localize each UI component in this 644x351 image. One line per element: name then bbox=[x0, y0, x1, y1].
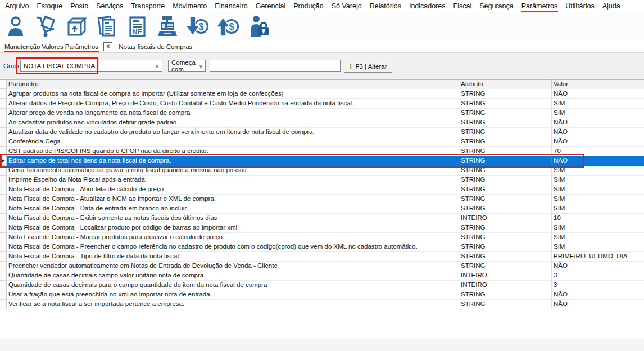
exclamation-icon: ! bbox=[349, 62, 352, 70]
menu-indicadores[interactable]: Indicadores bbox=[405, 1, 450, 11]
handtruck-icon[interactable] bbox=[34, 14, 58, 39]
search-input[interactable] bbox=[210, 60, 341, 72]
column-header-valor[interactable]: Valor bbox=[552, 80, 644, 89]
menu-fiscal[interactable]: Fiscal bbox=[450, 1, 476, 11]
toolbar: NF $ $ bbox=[0, 12, 644, 40]
svg-text:NF: NF bbox=[132, 28, 142, 36]
header-gutter bbox=[0, 80, 7, 89]
tab-bar: Manutenção Valores Parâmetros × Notas fi… bbox=[0, 40, 644, 53]
menu-posto[interactable]: Posto bbox=[66, 1, 92, 11]
table-row[interactable]: Alterar preço de venda no lançamento da … bbox=[0, 109, 644, 118]
table-row[interactable]: Conferência CegaSTRINGNÃO bbox=[0, 137, 644, 147]
table-row[interactable]: Quantidade de casas decimais campo valor… bbox=[0, 271, 644, 281]
table-row[interactable]: Nota Fiscal de Compra - Tipo de filtro d… bbox=[0, 252, 644, 262]
table-row[interactable]: CST padrão de PIS/COFINS quando o CFOP n… bbox=[0, 147, 644, 156]
menu-ajuda[interactable]: Ajuda bbox=[598, 1, 624, 11]
table-row[interactable]: Nota Fiscal de Compra - Localizar produt… bbox=[0, 223, 644, 233]
menu-servicos[interactable]: Serviços bbox=[92, 1, 127, 11]
menu-movimento[interactable]: Movimento bbox=[169, 1, 211, 11]
table-row-selected[interactable]: ▶Editar campo de total nos itens da nota… bbox=[0, 156, 644, 166]
match-mode-combobox[interactable]: Começa com ∨ bbox=[168, 60, 206, 72]
table-row[interactable]: Nota Fiscal de Compra - Atualizar o NCM … bbox=[0, 195, 644, 204]
menu-utilitarios[interactable]: Utilitários bbox=[561, 1, 598, 11]
tab-notas-fiscais-de-compras[interactable]: Notas fiscais de Compras bbox=[115, 42, 196, 51]
table-row[interactable]: Agrupar produtos na nota fiscal de compr… bbox=[0, 89, 644, 99]
package-icon[interactable] bbox=[64, 14, 89, 39]
table-row[interactable]: Nota Fiscal de Compra - Exibir somente a… bbox=[0, 214, 644, 223]
tab-manutencao-valores-parametros[interactable]: Manutenção Valores Parâmetros × bbox=[0, 42, 115, 51]
grid-header: Parâmetro Atributo Valor bbox=[0, 80, 644, 89]
f3-alterar-label: F3 | Alterar bbox=[355, 63, 387, 70]
person-icon[interactable] bbox=[3, 14, 28, 39]
column-header-parametro[interactable]: Parâmetro bbox=[7, 80, 459, 89]
group-combobox[interactable]: NOTA FISCAL COMPRA ∨ bbox=[20, 60, 162, 72]
nf-document-icon[interactable]: NF bbox=[125, 14, 149, 39]
table-row[interactable]: Gerar faturamento automático ao gravar a… bbox=[0, 166, 644, 176]
group-combobox-value: NOTA FISCAL COMPRA bbox=[24, 62, 95, 69]
menu-relatorios[interactable]: Relatórios bbox=[366, 1, 405, 11]
table-row[interactable]: Preencher vendedor automaticamente em No… bbox=[0, 262, 644, 271]
menu-seguranca[interactable]: Segurança bbox=[475, 1, 517, 11]
table-row[interactable]: Nota Fiscal de Compra - Abrir tela de cá… bbox=[0, 185, 644, 195]
table-row[interactable]: Nota Fiscal de Compra - Marcar produtos … bbox=[0, 233, 644, 242]
menu-arquivo[interactable]: Arquivo bbox=[1, 1, 33, 11]
table-row[interactable]: Imprime Espelho da Nota Fiscal após a en… bbox=[0, 176, 644, 185]
table-row[interactable]: Atualizar data de validade no cadastro d… bbox=[0, 128, 644, 137]
menu-parametros[interactable]: Parâmetros bbox=[518, 1, 562, 11]
menu-estoque[interactable]: Estoque bbox=[33, 1, 66, 11]
current-row-indicator: ▶ bbox=[1, 159, 4, 163]
active-tab-label[interactable]: Manutenção Valores Parâmetros bbox=[3, 42, 100, 51]
menu-producao[interactable]: Produção bbox=[289, 1, 328, 11]
money-down-icon[interactable]: $ bbox=[185, 14, 210, 39]
window-background-strip bbox=[0, 339, 644, 351]
chevron-down-icon: ∨ bbox=[199, 63, 203, 69]
menu-transporte[interactable]: Transporte bbox=[127, 1, 169, 11]
money-up-icon[interactable]: $ bbox=[216, 14, 241, 39]
table-row[interactable]: Nota Fiscal de Compra - Data de entrada … bbox=[0, 204, 644, 214]
menu-gerencial[interactable]: Gerencial bbox=[252, 1, 290, 11]
tab-close-icon[interactable]: × bbox=[103, 42, 112, 51]
menu-bar: Arquivo Estoque Posto Serviços Transport… bbox=[0, 0, 644, 12]
invoice-icon[interactable] bbox=[94, 14, 119, 39]
table-row[interactable]: Alterar dados de Preço de Compra, Preço … bbox=[0, 99, 644, 109]
table-row[interactable]: Usar a fração que está preenchida no xml… bbox=[0, 290, 644, 300]
filter-bar: Grupo NOTA FISCAL COMPRA ∨ Começa com ∨ … bbox=[0, 53, 644, 79]
match-mode-value: Começa com bbox=[171, 59, 196, 73]
table-row[interactable]: Ao cadastrar produtos não vinculados def… bbox=[0, 118, 644, 128]
table-row[interactable]: Verificar se a nota fiscal a ser importa… bbox=[0, 300, 644, 309]
chevron-down-icon: ∨ bbox=[155, 63, 159, 69]
table-row[interactable]: Nota Fiscal de Compra - Preencher o camp… bbox=[0, 242, 644, 252]
parameters-grid: Parâmetro Atributo Valor Agrupar produto… bbox=[0, 79, 644, 339]
group-label: Grupo bbox=[3, 62, 21, 69]
menu-so-varejo[interactable]: Só Varejo bbox=[328, 1, 366, 11]
cash-register-icon[interactable] bbox=[155, 14, 180, 39]
table-row[interactable]: Quantidade de casas decimais para o camp… bbox=[0, 281, 644, 290]
f3-alterar-button[interactable]: ! F3 | Alterar bbox=[344, 60, 392, 73]
column-header-atributo[interactable]: Atributo bbox=[459, 80, 552, 89]
menu-financeiro[interactable]: Financeiro bbox=[211, 1, 251, 11]
user-lock-icon[interactable] bbox=[246, 14, 271, 39]
